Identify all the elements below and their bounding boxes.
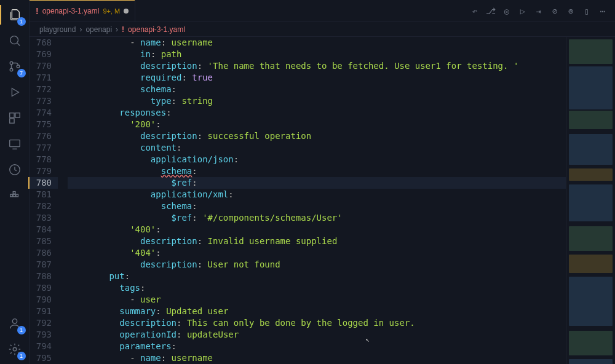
manage-gear-icon[interactable]: 1 xyxy=(5,339,25,359)
svg-rect-6 xyxy=(9,119,14,123)
tab-active[interactable]: ! openapi-3-1.yaml 9+, M xyxy=(30,0,135,22)
svg-rect-11 xyxy=(13,192,15,194)
svg-point-0 xyxy=(10,36,18,44)
toggle-layout-icon[interactable]: ▯ xyxy=(581,5,593,17)
code-line[interactable]: tags: xyxy=(68,282,566,294)
mouse-cursor-icon: ↖ xyxy=(365,335,370,344)
code-line[interactable]: application/json: xyxy=(68,154,566,165)
docker-icon[interactable] xyxy=(5,186,25,205)
code-line[interactable]: - name: username xyxy=(68,37,566,49)
line-number: 788 xyxy=(30,271,58,282)
editor[interactable]: 7687697707717727737747757767777787797807… xyxy=(30,37,615,364)
svg-rect-9 xyxy=(10,194,12,197)
code-line[interactable]: application/xml: xyxy=(68,189,566,200)
chevron-right-icon: › xyxy=(79,25,82,34)
code-line[interactable]: operationId: updateUser xyxy=(68,329,566,341)
minimap-region xyxy=(569,277,613,326)
minimap-region xyxy=(569,255,613,273)
code-line[interactable]: type: string xyxy=(68,95,566,107)
minimap-region xyxy=(569,331,613,355)
code-content[interactable]: - name: username in: path description: '… xyxy=(64,37,566,364)
code-line[interactable]: - name: username xyxy=(68,352,566,364)
minimap-region xyxy=(569,66,613,109)
source-control-icon[interactable]: 7 xyxy=(5,57,25,76)
tab-bar: ! openapi-3-1.yaml 9+, M ↶⎇◎▷⇥⊘⊚▯⋯ xyxy=(30,0,615,22)
run-debug-icon[interactable] xyxy=(5,82,25,102)
code-line[interactable]: $ref: '#/components/schemas/User' xyxy=(68,212,566,224)
extensions-icon[interactable] xyxy=(5,108,25,128)
search-icon[interactable] xyxy=(5,31,25,50)
svg-rect-5 xyxy=(15,113,19,117)
line-number: 778 xyxy=(30,154,58,165)
code-line[interactable]: description: successful operation xyxy=(68,130,566,142)
breadcrumb-item[interactable]: playground xyxy=(39,25,76,34)
line-number: 775 xyxy=(30,119,58,130)
minimap-region xyxy=(569,111,613,129)
svg-rect-4 xyxy=(9,113,14,117)
line-number: 781 xyxy=(30,189,58,200)
minimap-region xyxy=(569,39,613,64)
line-gutter: 7687697707717727737747757767777787797807… xyxy=(30,37,64,364)
split-right-icon[interactable]: ⇥ xyxy=(533,5,545,17)
preview-icon[interactable]: ◎ xyxy=(501,5,513,17)
code-line[interactable]: '400': xyxy=(68,224,566,235)
code-line[interactable]: description: Invalid username supplied xyxy=(68,235,566,247)
code-line[interactable]: put: xyxy=(68,271,566,282)
line-number: 773 xyxy=(30,95,58,107)
code-line[interactable]: description: User not found xyxy=(68,259,566,271)
go-back-icon[interactable]: ↶ xyxy=(469,5,481,17)
line-number: 785 xyxy=(30,235,58,247)
accounts-icon[interactable]: 1 xyxy=(5,314,25,333)
tab-dirty-dot-icon[interactable] xyxy=(124,9,129,14)
error-icon: ! xyxy=(122,25,124,34)
badge: 1 xyxy=(17,17,26,26)
open-changes-icon[interactable]: ⎇ xyxy=(485,5,497,17)
breadcrumb-item[interactable]: openapi xyxy=(85,25,112,34)
files-icon[interactable]: 1 xyxy=(5,5,25,25)
code-line[interactable]: parameters: xyxy=(68,341,566,352)
breadcrumb: playground›openapi›! openapi-3-1.yaml xyxy=(30,22,615,37)
line-number: 772 xyxy=(30,84,58,95)
line-number: 787 xyxy=(30,259,58,271)
code-line[interactable]: responses: xyxy=(68,107,566,119)
tab-name: openapi-3-1.yaml xyxy=(42,7,100,15)
run-icon[interactable]: ▷ xyxy=(517,5,529,17)
code-line[interactable]: $ref: xyxy=(68,177,566,189)
breadcrumb-item[interactable]: openapi-3-1.yaml xyxy=(128,25,185,34)
svg-point-3 xyxy=(17,65,20,68)
minimap-region xyxy=(569,359,613,364)
code-line[interactable]: summary: Updated user xyxy=(68,306,566,317)
line-number: 783 xyxy=(30,212,58,224)
code-line[interactable]: schema: xyxy=(68,165,566,177)
line-number: 795 xyxy=(30,352,58,364)
tab-git-status: 9+, M xyxy=(103,7,120,15)
more-icon[interactable]: ⋯ xyxy=(597,5,609,17)
line-number: 786 xyxy=(30,247,58,259)
code-line[interactable]: - user xyxy=(68,294,566,306)
code-line[interactable]: schema: xyxy=(68,200,566,212)
code-line[interactable]: in: path xyxy=(68,49,566,60)
code-line[interactable]: description: This can only be done by th… xyxy=(68,317,566,329)
code-line[interactable]: '200': xyxy=(68,119,566,130)
code-line[interactable]: '404': xyxy=(68,247,566,259)
minimap[interactable] xyxy=(566,37,615,364)
code-line[interactable]: content: xyxy=(68,142,566,154)
svg-point-14 xyxy=(13,347,17,351)
line-number: 793 xyxy=(30,329,58,341)
line-number: 779 xyxy=(30,165,58,177)
error-icon: ! xyxy=(36,6,39,16)
action2-icon[interactable]: ⊚ xyxy=(565,5,577,17)
minimap-region xyxy=(569,226,613,251)
line-number: 784 xyxy=(30,224,58,235)
line-number: 769 xyxy=(30,49,58,60)
line-number: 771 xyxy=(30,72,58,84)
code-line[interactable]: schema: xyxy=(68,84,566,95)
svg-rect-12 xyxy=(15,194,18,197)
code-line[interactable]: required: true xyxy=(68,72,566,84)
code-line[interactable]: description: 'The name that needs to be … xyxy=(68,60,566,72)
action1-icon[interactable]: ⊘ xyxy=(549,5,561,17)
git-graph-icon[interactable] xyxy=(5,160,25,180)
remote-explorer-icon[interactable] xyxy=(5,134,25,154)
line-number: 776 xyxy=(30,130,58,142)
chevron-right-icon: › xyxy=(116,25,118,34)
